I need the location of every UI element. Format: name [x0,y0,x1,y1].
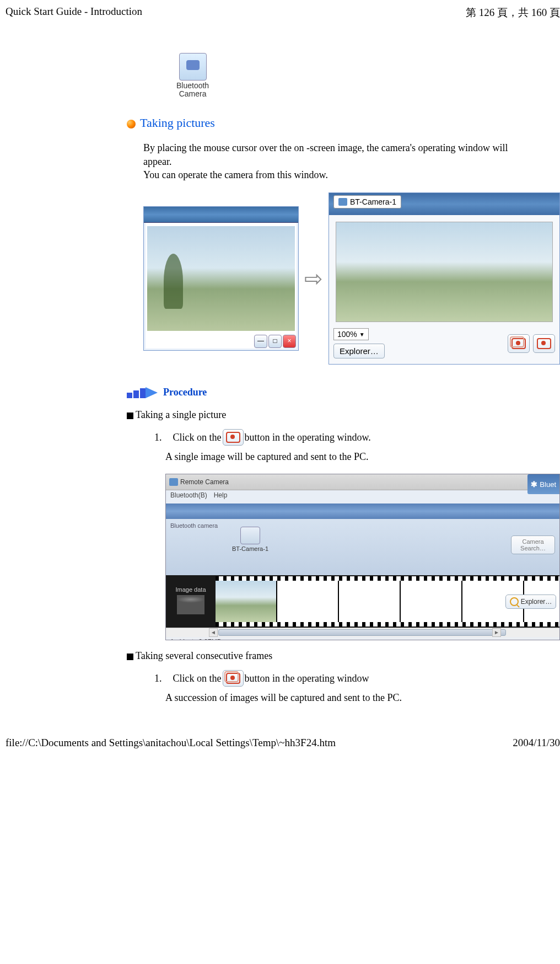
sub2-steps: 1. Click on the button in the operating … [154,670,560,687]
bluetooth-logo-icon: ✱ [531,480,537,489]
bluetooth-badge: ✱ Bluet [527,474,559,494]
horizontal-scrollbar[interactable]: ◄ ► [166,628,559,637]
small-window-titlebar [144,207,298,223]
step-text-post: button in the operating window [245,673,369,684]
scrollbar-thumb[interactable] [218,629,506,636]
camera-title-pill: BT-Camera-1 [333,195,401,208]
intro-paragraph: By placing the mouse cursor over the on … [143,141,560,181]
sub2-result: A succession of images will be captured … [165,692,560,704]
window-control-buttons: — □ × [254,335,296,348]
icon-label-line1: Bluetooth [176,82,209,90]
remote-camera-screenshot: Remote Camera Bluetooth(B) Help ✱ Bluet … [165,474,560,640]
single-shot-button[interactable] [533,334,555,353]
band-label: Bluetooth camera [170,522,555,529]
rc-title-icon [169,478,178,486]
rc-title-text: Remote Camera [180,478,229,486]
scroll-right-arrow[interactable]: ► [492,628,501,637]
page-footer: file://C:\Documents and Settings\anitach… [0,731,560,754]
doc-title: Quick Start Guide - Introduction [6,6,142,20]
procedure-header: Procedure [127,387,560,398]
single-shot-inline-button[interactable] [223,429,244,446]
procedure-title: Procedure [163,387,207,398]
camera-mini-icon [338,198,347,206]
procedure-icon [127,388,160,398]
sub1-step1: 1. Click on the button in the operating … [154,429,560,446]
sub1-title: Taking a single picture [136,409,226,420]
content-area: Bluetooth Camera Taking pictures By plac… [127,25,560,704]
frame-empty [401,581,462,622]
step-text-pre: Click on the [173,432,222,443]
sub1-steps: 1. Click on the button in the operating … [154,429,560,446]
multi-camera-icon [226,673,240,684]
device-label: BT-Camera-1 [232,545,268,552]
square-bullet-icon [127,413,133,419]
operating-window-controls: 100% ▼ Explorer… [333,328,555,358]
close-button[interactable]: × [283,335,296,348]
sub2-title: Taking several consecutive frames [136,650,272,661]
camera-icon [179,53,207,81]
subsection-consecutive-frames: Taking several consecutive frames [127,650,560,662]
step-text-pre: Click on the [173,673,222,684]
zoom-dropdown[interactable]: 100% ▼ [333,328,369,340]
camera-name-label: BT-Camera-1 [350,197,396,206]
rc-status-bar: 1 objects 0.07MB [166,637,559,640]
subsection-single-picture: Taking a single picture [127,409,560,421]
explorer-button[interactable]: Explorer… [333,344,385,358]
orange-bullet-icon [127,120,136,128]
bluetooth-camera-desktop-icon[interactable]: Bluetooth Camera [176,53,209,99]
menu-bluetooth[interactable]: Bluetooth(B) [170,491,207,502]
arrow-right-icon: ⇨ [304,266,323,292]
small-preview-window: — □ × [143,206,299,351]
section-header: Taking pictures [127,116,560,130]
intro-line1: By placing the mouse cursor over the on … [143,141,560,154]
maximize-button[interactable]: □ [268,335,282,348]
bt-camera-device-icon[interactable]: BT-Camera-1 [232,527,268,552]
single-camera-icon [226,432,240,443]
multi-shot-inline-button[interactable] [223,670,244,687]
comparison-screenshot: — □ × ⇨ BT-Camera-1 100% ▼ [143,192,560,365]
icon-label-line2: Camera [176,90,209,98]
filmstrip-explorer-button[interactable]: Explorer… [505,595,556,609]
small-window-image [147,226,295,331]
section-title: Taking pictures [140,116,215,130]
square-bullet-icon [127,654,133,660]
step-number: 1. [154,432,162,443]
desktop-icon-block: Bluetooth Camera [176,53,560,99]
intro-line2: appear. [143,155,560,168]
sub1-result: A single image will be captured and sent… [165,451,560,463]
frame-thumbnail[interactable] [216,581,277,622]
zoom-value: 100% [337,330,357,339]
device-icon [240,527,260,544]
rc-toolbar: ✱ Bluet [166,504,559,519]
rc-camera-band: Bluetooth camera BT-Camera-1 Camera Sear… [166,519,559,575]
scroll-left-arrow[interactable]: ◄ [209,628,218,637]
step-number: 1. [154,673,162,684]
footer-path: file://C:\Documents and Settings\anitach… [6,737,336,749]
minimize-button[interactable]: — [254,335,267,348]
bluet-text: Bluet [540,480,556,489]
multi-camera-icon [511,338,526,349]
large-operating-window: BT-Camera-1 100% ▼ Explorer… [329,192,560,365]
search-btn-l2: Search… [514,545,552,551]
chevron-down-icon: ▼ [359,331,365,338]
search-btn-l1: Camera [514,538,552,545]
large-preview-image [336,222,553,322]
rc-menubar: Bluetooth(B) Help [166,490,559,504]
frame-empty [339,581,401,622]
page-header: Quick Start Guide - Introduction 第 126 頁… [0,0,560,25]
disk-stack-icon [177,595,204,614]
image-data-stack: Image data [166,586,216,617]
rc-titlebar: Remote Camera [166,474,559,490]
step-text-post: button in the operating window. [245,432,371,443]
single-camera-icon [537,338,551,349]
frame-empty [277,581,339,622]
menu-help[interactable]: Help [214,491,228,502]
page-indicator: 第 126 頁，共 160 頁 [466,6,560,20]
magnifier-icon [510,597,519,606]
stack-label: Image data [166,586,216,593]
intro-line3: You can operate the camera from this win… [143,168,560,181]
multi-shot-button[interactable] [508,334,530,353]
camera-search-button[interactable]: Camera Search… [511,535,555,554]
explorer-text: Explorer… [521,598,552,606]
rc-filmstrip: Image data Explorer… [166,575,559,628]
